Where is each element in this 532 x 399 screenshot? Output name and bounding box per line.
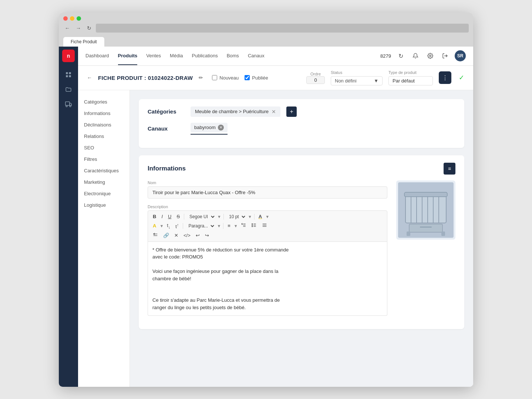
sub-nav-informations[interactable]: Informations: [78, 108, 129, 119]
publiee-checkbox[interactable]: [245, 75, 250, 80]
nav-item-publications[interactable]: Publications: [192, 47, 218, 65]
settings-icon[interactable]: [425, 51, 435, 61]
superscript-button[interactable]: t↑: [174, 222, 181, 230]
browser-toolbar: ← → ↻: [63, 24, 469, 35]
category-remove-icon[interactable]: ✕: [272, 109, 276, 115]
sidebar-truck-icon[interactable]: [62, 98, 75, 111]
nouveau-checkbox-label[interactable]: Nouveau: [212, 75, 239, 81]
publiee-label: Publiée: [252, 75, 268, 81]
nom-input[interactable]: [148, 186, 387, 199]
sub-nav-electronique[interactable]: Electronique: [78, 188, 129, 199]
add-category-button[interactable]: +: [286, 106, 297, 117]
sub-nav-seo[interactable]: SEO: [78, 142, 129, 153]
maximize-button[interactable]: [77, 16, 81, 21]
minimize-button[interactable]: [70, 16, 74, 21]
strikethrough-button[interactable]: S: [175, 213, 182, 220]
link-button[interactable]: 🔗: [161, 232, 171, 239]
logout-icon[interactable]: [440, 51, 450, 61]
ordered-list-button[interactable]: 1: [239, 222, 248, 230]
app-logo: n: [62, 50, 75, 62]
sub-nav-relations[interactable]: Relations: [78, 131, 129, 142]
nav-actions: 8279 ↻: [380, 50, 466, 61]
sub-nav-caracteristiques[interactable]: Caractéristiques: [78, 165, 129, 176]
info-form: Nom Description B I U: [148, 180, 387, 322]
sub-nav-marketing[interactable]: Marketing: [78, 176, 129, 188]
description-line-6: ranger du linge ou les petits jouets de …: [152, 304, 383, 311]
bell-icon[interactable]: [410, 51, 421, 61]
edit-icon[interactable]: ✏: [199, 75, 203, 81]
size-select[interactable]: 10 pt: [226, 213, 246, 220]
informations-header: Informations ≡: [148, 163, 455, 175]
browser-tab[interactable]: Fiche Produit: [63, 37, 104, 47]
unordered-list-button[interactable]: [250, 222, 259, 230]
sidebar-grid-icon[interactable]: [62, 68, 75, 81]
nav-item-media[interactable]: Média: [170, 47, 183, 65]
align-dropdown-icon: ▼: [234, 224, 238, 228]
page-header: ← FICHE PRODUIT : 01024022-DRAW ✏ Nouvea…: [78, 66, 473, 90]
clear-format-button[interactable]: ✕: [172, 232, 180, 239]
sidebar-folder-icon[interactable]: [62, 83, 75, 96]
align-button[interactable]: ≡: [226, 222, 232, 229]
svg-point-5: [66, 105, 67, 107]
nav-item-dashboard[interactable]: Dashboard: [85, 47, 109, 65]
highlight-dropdown-icon: ▼: [159, 224, 164, 228]
nav-item-boms[interactable]: Boms: [227, 47, 239, 65]
type-label: Type de produit: [388, 70, 433, 75]
refresh-icon[interactable]: ↻: [395, 51, 406, 61]
status-select[interactable]: Non défini ▼: [331, 76, 383, 85]
sub-nav-filtres[interactable]: Filtres: [78, 153, 129, 165]
nav-item-canaux[interactable]: Canaux: [248, 47, 265, 65]
indent-left-button[interactable]: [151, 231, 160, 239]
toolbar-row-3: 🔗 ✕ </> ↩ ↪: [151, 231, 384, 239]
informations-action-button[interactable]: ≡: [444, 163, 455, 175]
back-browser-button[interactable]: ←: [63, 24, 71, 32]
paragraph-select[interactable]: Paragra...: [185, 222, 215, 230]
sub-nav-logistique[interactable]: Logistique: [78, 199, 129, 211]
svg-rect-0: [66, 72, 68, 74]
italic-button[interactable]: I: [159, 213, 165, 220]
underline-button[interactable]: U: [166, 213, 173, 220]
informations-title: Informations: [148, 165, 186, 172]
channel-input-wrapper: babyroom ✕: [191, 123, 228, 135]
type-value: Par défaut: [388, 76, 433, 85]
publiee-checkbox-label[interactable]: Publiée: [245, 75, 268, 81]
para-dropdown-icon: ▼: [217, 224, 221, 228]
sub-nav-categories[interactable]: Catégories: [78, 96, 129, 108]
code-button[interactable]: </>: [182, 232, 192, 239]
nav-number: 8279: [380, 53, 391, 59]
full-justify-button[interactable]: [260, 222, 269, 230]
category-text: Meuble de chambre > Puériculture: [195, 109, 269, 114]
back-button[interactable]: ←: [87, 75, 92, 81]
description-editor[interactable]: * Offre de bienvenue 5% de réduction sur…: [148, 242, 387, 316]
rich-text-toolbar: B I U S Segoe UI ▼: [148, 210, 387, 242]
font-select[interactable]: Segoe UI: [186, 213, 216, 220]
undo-button[interactable]: ↩: [194, 232, 202, 239]
svg-point-7: [430, 55, 431, 57]
subscript-button[interactable]: t↓: [165, 222, 172, 230]
highlight-button[interactable]: A: [151, 222, 158, 229]
product-image-inner: [398, 182, 454, 238]
nav-item-produits[interactable]: Produits: [118, 47, 138, 65]
svg-text:1: 1: [242, 223, 243, 225]
more-actions-button[interactable]: ⋮: [439, 71, 451, 84]
nom-label: Nom: [148, 180, 387, 185]
content-wrapper: Catégories Informations Déclinaisons Rel…: [78, 90, 473, 387]
close-button[interactable]: [63, 16, 68, 21]
product-image: [396, 180, 455, 240]
categories-row: Catégories Meuble de chambre > Puéricult…: [148, 106, 455, 117]
canaux-label: Canaux: [148, 125, 185, 132]
reload-button[interactable]: ↻: [85, 24, 93, 32]
bold-button[interactable]: B: [151, 213, 158, 220]
forward-browser-button[interactable]: →: [74, 24, 83, 32]
channel-remove-button[interactable]: ✕: [218, 125, 224, 131]
nav-item-ventes[interactable]: Ventes: [146, 47, 161, 65]
svg-point-6: [70, 105, 71, 107]
categories-label: Catégories: [148, 108, 185, 115]
sub-nav-declinaisons[interactable]: Déclinaisons: [78, 119, 129, 131]
color-icon: A: [259, 214, 262, 219]
redo-button[interactable]: ↪: [203, 232, 211, 239]
nouveau-checkbox[interactable]: [212, 75, 217, 80]
svg-rect-3: [69, 75, 71, 77]
header-controls: Nouveau Publiée: [212, 75, 268, 81]
text-color-button[interactable]: A: [257, 213, 264, 220]
